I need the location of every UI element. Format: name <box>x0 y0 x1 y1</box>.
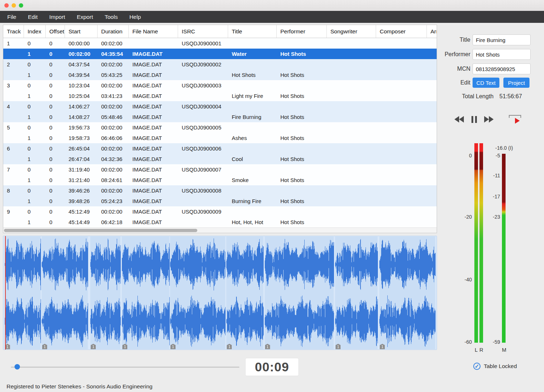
cell-composer <box>376 217 427 227</box>
column-header-duration[interactable]: Duration <box>98 25 129 38</box>
cell-duration: 00:02:00 <box>98 80 129 91</box>
cell-index: 1 <box>24 154 46 164</box>
h-scrollbar[interactable] <box>3 227 437 233</box>
project-button[interactable]: Project <box>503 78 529 88</box>
cell-composer <box>376 175 427 185</box>
rewind-icon <box>454 116 459 123</box>
cell-file: IMAGE.DAT <box>129 185 178 196</box>
menu-item-export[interactable]: Export <box>71 11 99 23</box>
table-row[interactable]: 30010:23:0400:02:00IMAGE.DATUSQDJ0900003 <box>3 80 437 91</box>
column-header-composer[interactable]: Composer <box>376 25 427 38</box>
table-row[interactable]: 1000:02:0004:35:54IMAGE.DATWaterHot Shot… <box>3 49 437 59</box>
cell-songwriter <box>327 122 376 133</box>
table-row[interactable]: 1039:48:2605:24:23IMAGE.DATBurning FireH… <box>3 196 437 206</box>
menu-item-edit[interactable]: Edit <box>22 11 44 23</box>
cell-track <box>3 154 24 164</box>
title-field[interactable] <box>473 34 531 45</box>
table-header: TrackIndexOffsetStartDurationFile NameIS… <box>3 25 437 38</box>
column-header-performer[interactable]: Performer <box>277 25 327 38</box>
m-scale-59: -59 <box>486 339 500 345</box>
play-icon <box>515 118 520 124</box>
forward-icon <box>484 116 489 123</box>
cell-composer <box>376 143 427 154</box>
cell-file: IMAGE.DAT <box>129 196 178 206</box>
zoom-window-button[interactable] <box>19 3 23 8</box>
cell-performer <box>277 164 327 175</box>
table-row[interactable]: 1004:39:5405:43:25IMAGE.DATHot ShotsHot … <box>3 70 437 80</box>
cell-isrc: USQDJ0900001 <box>178 38 228 49</box>
table-row[interactable]: 50019:56:7300:02:00IMAGE.DATUSQDJ0900005 <box>3 122 437 133</box>
mcn-field[interactable] <box>473 63 531 74</box>
table-row[interactable]: 1019:58:7306:46:06IMAGE.DATAshesHot Shot… <box>3 133 437 143</box>
cell-start: 39:46:26 <box>65 185 98 196</box>
cell-songwriter <box>327 49 376 59</box>
column-header-index[interactable]: Index <box>24 25 46 38</box>
waveform-panel[interactable]: 111111111 <box>3 236 437 350</box>
table-row[interactable]: 40014:06:2700:02:00IMAGE.DATUSQDJ0900004 <box>3 101 437 112</box>
column-header-start[interactable]: Start <box>65 25 98 38</box>
table-row[interactable]: 20004:37:5400:02:00IMAGE.DATUSQDJ0900002 <box>3 59 437 70</box>
table-row[interactable]: 1031:21:4008:24:61IMAGE.DATSmokeHot Shot… <box>3 175 437 185</box>
column-header-file-name[interactable]: File Name <box>129 25 178 38</box>
pause-button[interactable] <box>470 114 478 125</box>
column-header-title[interactable]: Title <box>228 25 277 38</box>
position-slider-thumb[interactable] <box>15 364 20 370</box>
menu-item-help[interactable]: Help <box>124 11 147 23</box>
cell-arr <box>427 38 437 49</box>
cell-isrc: USQDJ0900007 <box>178 164 228 175</box>
cell-track: 7 <box>3 164 24 175</box>
cell-arr <box>427 91 437 101</box>
cell-start: 19:56:73 <box>65 122 98 133</box>
h-scrollbar-thumb[interactable] <box>4 229 197 232</box>
table-row[interactable]: 1010:25:0403:41:23IMAGE.DATLight my Fire… <box>3 91 437 101</box>
menu-item-tools[interactable]: Tools <box>99 11 123 23</box>
cell-start: 45:12:49 <box>65 206 98 217</box>
column-header-offset[interactable]: Offset <box>46 25 65 38</box>
cd-text-button[interactable]: CD Text <box>473 78 499 88</box>
table-locked-checkbox[interactable]: ✓ Table Locked <box>473 363 517 370</box>
cell-start: 00:02:00 <box>65 49 98 59</box>
table-row[interactable]: 10000:00:0000:02:00USQDJ0900001 <box>3 38 437 49</box>
cell-index: 0 <box>24 80 46 91</box>
table-row[interactable]: 70031:19:4000:02:00IMAGE.DATUSQDJ0900007 <box>3 164 437 175</box>
cell-performer <box>277 185 327 196</box>
waveform-canvas[interactable] <box>3 236 437 350</box>
menu-item-file[interactable]: File <box>1 11 22 23</box>
cell-composer <box>376 70 427 80</box>
column-header-songwriter[interactable]: Songwriter <box>327 25 376 38</box>
position-slider-track[interactable] <box>11 367 239 368</box>
cell-duration: 08:24:61 <box>98 175 129 185</box>
cell-offset: 0 <box>46 133 65 143</box>
cell-composer <box>376 49 427 59</box>
cell-arr <box>427 143 437 154</box>
cell-file: IMAGE.DAT <box>129 143 178 154</box>
meter-r-label: R <box>479 347 483 353</box>
table-row[interactable]: 1014:08:2705:48:46IMAGE.DATFire BurningH… <box>3 112 437 122</box>
cell-arr <box>427 196 437 206</box>
play-from-marker-button[interactable] <box>508 114 522 124</box>
cell-offset: 0 <box>46 38 65 49</box>
meter-l-label: L <box>474 347 478 353</box>
cell-start: 00:00:00 <box>65 38 98 49</box>
menu-item-import[interactable]: Import <box>44 11 71 23</box>
m-scale-23: -23 <box>486 214 500 220</box>
forward-button[interactable] <box>484 114 494 125</box>
table-row[interactable]: 90045:12:4900:02:00IMAGE.DATUSQDJ0900009 <box>3 206 437 217</box>
table-row[interactable]: 1045:14:4906:42:18IMAGE.DATHot, Hot, Hot… <box>3 217 437 227</box>
rewind-button[interactable] <box>454 114 464 125</box>
cell-title <box>228 38 277 49</box>
table-row[interactable]: 1026:47:0404:32:36IMAGE.DATCoolHot Shots <box>3 154 437 164</box>
table-row[interactable]: 60026:45:0400:02:00IMAGE.DATUSQDJ0900006 <box>3 143 437 154</box>
cell-arr <box>427 101 437 112</box>
performer-field[interactable] <box>473 49 531 60</box>
close-window-button[interactable] <box>4 3 9 8</box>
table-row[interactable]: 80039:46:2600:02:00IMAGE.DATUSQDJ0900008 <box>3 185 437 196</box>
column-header-track[interactable]: Track <box>3 25 24 38</box>
cell-isrc: USQDJ0900009 <box>178 206 228 217</box>
cell-arr <box>427 185 437 196</box>
minimize-window-button[interactable] <box>12 3 16 8</box>
column-header-arr[interactable]: Arr <box>427 25 437 38</box>
cell-index: 1 <box>24 91 46 101</box>
column-header-isrc[interactable]: ISRC <box>178 25 228 38</box>
cell-composer <box>376 185 427 196</box>
